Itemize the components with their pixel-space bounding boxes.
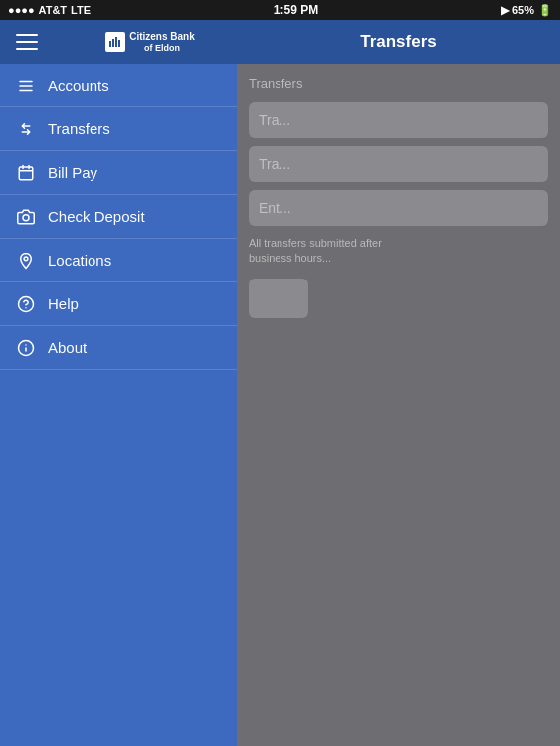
- svg-point-8: [23, 214, 29, 220]
- info-icon: [16, 338, 36, 358]
- transfer-note: All transfers submitted afterbusiness ho…: [249, 236, 548, 267]
- svg-rect-2: [115, 37, 117, 47]
- submit-button[interactable]: [249, 279, 308, 318]
- transfer-icon: [16, 119, 36, 139]
- sidebar-item-about[interactable]: About: [0, 326, 237, 370]
- bank-logo-text: Citizens Bank of Eldon: [129, 31, 195, 54]
- time-label: 1:59 PM: [274, 3, 318, 17]
- camera-icon: [16, 207, 36, 227]
- transfer-amount-field[interactable]: Ent...: [249, 190, 548, 226]
- content-section-title: Transfers: [249, 76, 548, 91]
- hamburger-line-2: [16, 41, 38, 43]
- status-bar: ●●●● AT&T LTE 1:59 PM ▶ 65% 🔋: [0, 0, 560, 20]
- sidebar-accounts-label: Accounts: [48, 77, 109, 93]
- status-left: ●●●● AT&T LTE: [8, 4, 91, 16]
- sidebar-item-billpay[interactable]: Bill Pay: [0, 151, 237, 195]
- sidebar: Accounts Transfers Bill Pay: [0, 64, 237, 746]
- svg-rect-6: [19, 89, 33, 91]
- nav-left: Citizens Bank of Eldon: [12, 20, 249, 64]
- sidebar-item-help[interactable]: Help: [0, 282, 237, 326]
- svg-rect-0: [109, 41, 111, 47]
- transfer-from-placeholder: Tra...: [259, 112, 290, 128]
- wifi-icon: ▶ 65%: [501, 4, 534, 17]
- hamburger-line-1: [16, 34, 38, 36]
- sidebar-item-checkdeposit[interactable]: Check Deposit: [0, 195, 237, 239]
- transfer-from-field[interactable]: Tra...: [249, 102, 548, 138]
- sidebar-help-label: Help: [48, 295, 79, 312]
- transfer-to-field[interactable]: Tra...: [249, 146, 548, 182]
- svg-rect-1: [112, 39, 114, 47]
- transfer-amount-placeholder: Ent...: [259, 200, 291, 216]
- list-icon: [16, 76, 36, 95]
- bank-name-text: Citizens Bank: [129, 31, 195, 43]
- main-container: Accounts Transfers Bill Pay: [0, 64, 560, 746]
- network-label: LTE: [71, 4, 91, 16]
- bank-logo: Citizens Bank of Eldon: [52, 31, 249, 54]
- nav-bar: Citizens Bank of Eldon Transfers: [0, 20, 560, 64]
- bank-subtitle-text: of Eldon: [129, 43, 195, 54]
- svg-rect-3: [118, 40, 120, 47]
- svg-rect-5: [19, 85, 33, 87]
- help-icon: [16, 294, 36, 314]
- signal-bars: ●●●●: [8, 4, 35, 16]
- svg-point-9: [24, 256, 28, 260]
- sidebar-billpay-label: Bill Pay: [48, 164, 97, 181]
- transfer-to-placeholder: Tra...: [259, 156, 290, 172]
- pin-icon: [16, 251, 36, 271]
- page-title: Transfers: [360, 32, 437, 52]
- status-right: ▶ 65% 🔋: [501, 4, 552, 17]
- sidebar-item-transfers[interactable]: Transfers: [0, 107, 237, 151]
- svg-point-11: [25, 307, 27, 309]
- carrier-label: AT&T: [39, 4, 68, 16]
- svg-rect-4: [19, 80, 33, 82]
- sidebar-transfers-label: Transfers: [48, 120, 110, 137]
- sidebar-item-accounts[interactable]: Accounts: [0, 64, 237, 107]
- content-area: Transfers Tra... Tra... Ent... All trans…: [237, 64, 560, 746]
- sidebar-item-locations[interactable]: Locations: [0, 239, 237, 282]
- nav-right: Transfers: [249, 32, 548, 52]
- bank-logo-icon: [105, 32, 125, 52]
- battery-icon: 🔋: [538, 4, 552, 17]
- calendar-icon: [16, 163, 36, 183]
- hamburger-line-3: [16, 48, 38, 50]
- svg-rect-7: [19, 167, 33, 180]
- sidebar-about-label: About: [48, 339, 87, 356]
- hamburger-button[interactable]: [12, 20, 42, 64]
- sidebar-checkdeposit-label: Check Deposit: [48, 208, 145, 225]
- sidebar-locations-label: Locations: [48, 252, 111, 269]
